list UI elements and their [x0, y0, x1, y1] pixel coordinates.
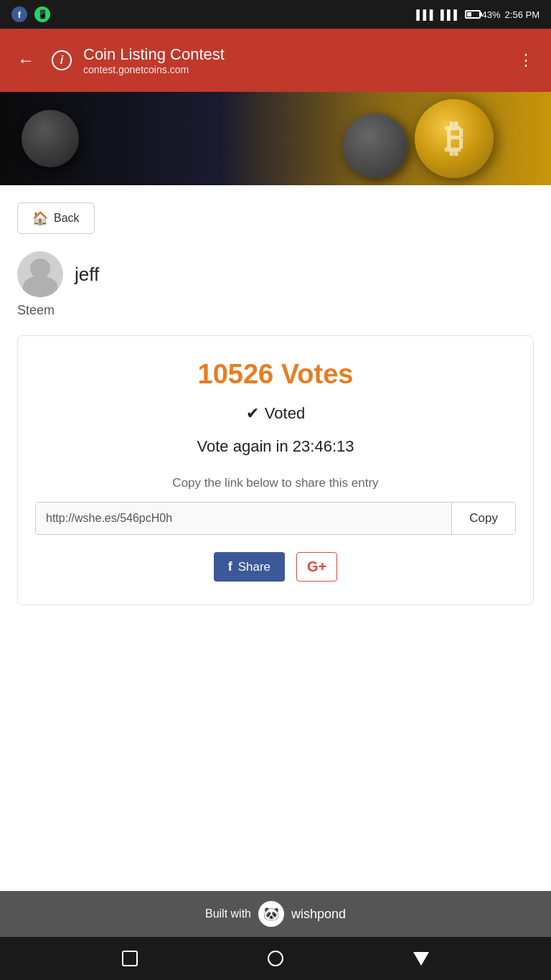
footer-built-with: Built with	[205, 907, 251, 920]
app-bar-url: contest.gonetcoins.com	[83, 64, 501, 75]
username: jeff	[75, 263, 99, 286]
status-bar: f 📱 ▌▌▌ ▌▌▌ 43% 2:56 PM	[0, 0, 551, 29]
user-section: jeff	[17, 251, 534, 297]
copy-instruction: Copy the link below to share this entry	[35, 476, 516, 490]
signal2-icon: ▌▌▌	[441, 9, 461, 20]
copy-button[interactable]: Copy	[451, 503, 515, 534]
home-button[interactable]	[268, 951, 283, 966]
clock: 2:56 PM	[505, 9, 540, 20]
coin-label: Steem	[17, 303, 534, 318]
gplus-icon: G+	[307, 559, 326, 575]
app-bar-title: Coin Listing Contest	[83, 45, 501, 64]
battery-percent: 43%	[482, 9, 501, 20]
vote-count: 10526 Votes	[35, 359, 516, 390]
dark-coin-1	[22, 110, 79, 167]
vote-card: 10526 Votes ✔ Voted Vote again in 23:46:…	[17, 335, 534, 605]
status-bar-right: ▌▌▌ ▌▌▌ 43% 2:56 PM	[416, 9, 540, 20]
avatar	[17, 251, 63, 297]
info-icon[interactable]: i	[52, 50, 72, 70]
footer-brand: wishpond	[291, 907, 346, 922]
checkmark-icon: ✔	[246, 404, 259, 423]
voted-badge: ✔ Voted	[35, 404, 516, 423]
home-icon: 🏠	[32, 210, 48, 226]
hero-banner: ₿	[0, 92, 551, 185]
wishpond-icon: 🐼	[258, 901, 284, 927]
signal-icon: ▌▌▌	[416, 9, 436, 20]
vote-again-timer: Vote again in 23:46:13	[35, 437, 516, 456]
hero-coins: ₿	[0, 92, 551, 185]
share-row: f Share G+	[35, 552, 516, 582]
back-button-nav[interactable]	[413, 952, 429, 966]
main-content: 🏠 Back jeff Steem 10526 Votes ✔ Voted Vo…	[0, 185, 551, 765]
voted-label: Voted	[265, 404, 305, 423]
back-arrow-button[interactable]: ←	[11, 45, 40, 76]
facebook-status-icon: f	[11, 6, 27, 22]
spacer	[0, 765, 551, 891]
bitcoin-coin: ₿	[415, 99, 494, 178]
share-url-input[interactable]	[36, 503, 451, 534]
avatar-silhouette	[17, 251, 63, 297]
back-home-button[interactable]: 🏠 Back	[17, 202, 95, 234]
gplus-share-button[interactable]: G+	[296, 552, 337, 582]
back-button-label: Back	[54, 212, 80, 225]
more-options-button[interactable]: ⋮	[512, 45, 540, 75]
battery-icon: 43%	[465, 9, 501, 20]
app-bar: ← i Coin Listing Contest contest.gonetco…	[0, 29, 551, 92]
recent-apps-button[interactable]	[122, 951, 138, 966]
facebook-share-button[interactable]: f Share	[214, 552, 285, 582]
copy-row: Copy	[35, 502, 516, 535]
footer: Built with 🐼 wishpond	[0, 891, 551, 937]
facebook-share-label: Share	[238, 560, 270, 574]
status-bar-left: f 📱	[11, 6, 50, 22]
facebook-share-icon: f	[228, 559, 232, 574]
dark-coin-2	[343, 113, 408, 178]
android-nav-bar	[0, 937, 551, 980]
avatar-body	[23, 276, 57, 297]
app-bar-text: Coin Listing Contest contest.gonetcoins.…	[83, 45, 501, 75]
whatsapp-status-icon: 📱	[34, 6, 50, 22]
